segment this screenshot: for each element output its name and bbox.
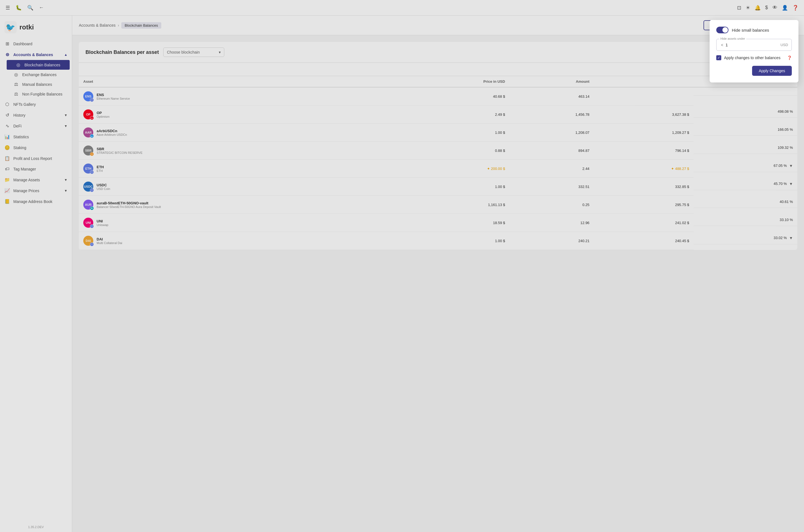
hide-assets-input-row: < USD xyxy=(721,42,787,47)
hide-small-balances-row: Hide small balances xyxy=(716,27,792,33)
popup-panel: Hide small balances Hide assets under < … xyxy=(710,20,799,82)
hide-assets-label: Hide assets under xyxy=(719,37,746,40)
toggle-label: Hide small balances xyxy=(732,28,769,33)
hide-assets-input[interactable] xyxy=(725,42,778,47)
hide-small-balances-toggle[interactable] xyxy=(716,27,728,33)
apply-changes-checkbox[interactable]: ✓ xyxy=(716,55,721,60)
hide-assets-box: Hide assets under < USD xyxy=(716,39,792,51)
checkbox-label: Apply changes to other balances xyxy=(724,56,784,60)
checkmark-icon: ✓ xyxy=(717,56,720,60)
toggle-knob xyxy=(722,27,728,33)
currency-label: USD xyxy=(780,43,788,47)
apply-changes-button[interactable]: Apply Changes xyxy=(752,66,792,76)
popup-overlay: Hide small balances Hide assets under < … xyxy=(0,0,804,532)
help-circle-icon[interactable]: ❓ xyxy=(787,56,792,60)
apply-changes-row: ✓ Apply changes to other balances ❓ xyxy=(716,55,792,60)
less-than-symbol: < xyxy=(721,43,723,47)
